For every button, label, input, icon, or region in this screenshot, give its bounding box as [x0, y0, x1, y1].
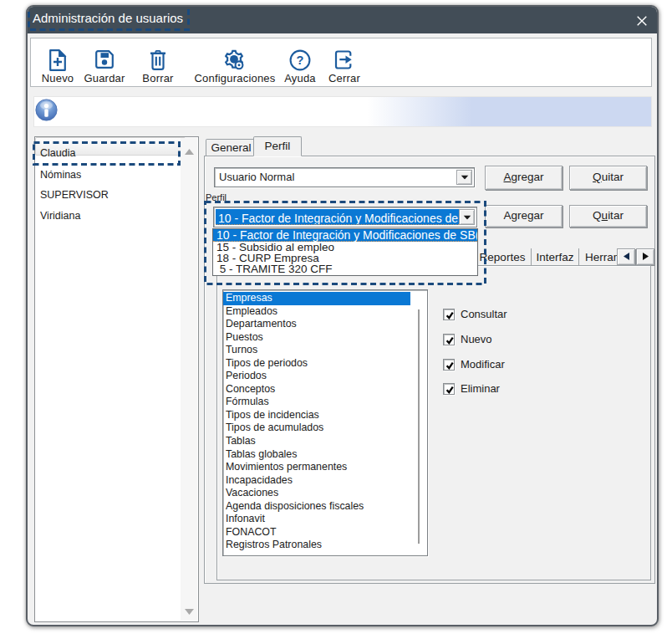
svg-text:?: ? — [297, 54, 304, 67]
